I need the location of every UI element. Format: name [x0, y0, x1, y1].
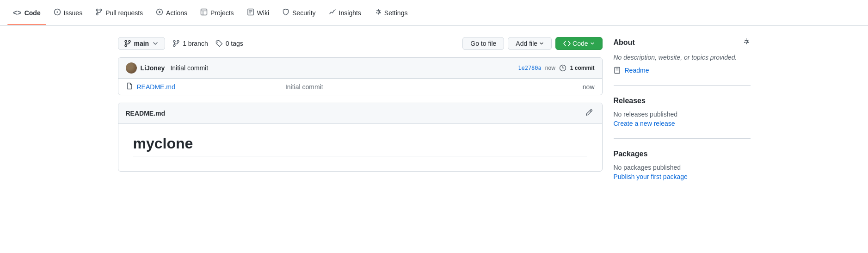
no-releases-text: No releases published [614, 111, 751, 118]
svg-point-1 [56, 11, 58, 12]
nav-label-code: Code [25, 9, 41, 17]
sidebar-releases-title: Releases [614, 97, 646, 105]
readme-filename: README.md [126, 110, 166, 117]
nav-item-wiki[interactable]: Wiki [241, 5, 275, 21]
tags-count-label: 0 tags [226, 40, 243, 47]
projects-icon [200, 8, 208, 18]
history-icon [559, 64, 566, 72]
branch-count[interactable]: 1 branch [172, 40, 208, 47]
sidebar-packages-title: Packages [614, 150, 648, 158]
readme-content: myclone [118, 124, 602, 171]
commit-count[interactable]: 1 commit [570, 65, 595, 71]
readme-heading: myclone [133, 135, 587, 156]
sidebar-about-section: About No description, website, or topics… [614, 37, 751, 74]
issues-icon [54, 8, 61, 18]
file-commit-message: Initial commit [285, 83, 583, 91]
nav-item-issues[interactable]: Issues [48, 5, 88, 21]
add-file-label: Add file [516, 40, 537, 47]
readme-edit-button[interactable] [584, 107, 595, 120]
nav-label-actions: Actions [166, 9, 187, 17]
nav-item-security[interactable]: Security [277, 5, 321, 21]
branch-selector[interactable]: main [118, 37, 166, 50]
svg-point-2 [96, 9, 98, 11]
commit-meta: 1e2780a now 1 commit [518, 64, 594, 72]
about-settings-button[interactable] [741, 37, 751, 48]
svg-rect-8 [201, 9, 207, 15]
sidebar-about-desc: No description, website, or topics provi… [614, 54, 751, 61]
nav-label-security: Security [292, 9, 316, 17]
sidebar-releases-section: Releases No releases published Create a … [614, 85, 751, 127]
svg-point-3 [100, 9, 102, 11]
security-icon [282, 8, 289, 18]
actions-icon [156, 8, 163, 18]
svg-point-15 [125, 41, 127, 43]
file-icon [126, 82, 133, 91]
nav-item-code[interactable]: <> Code [7, 5, 46, 21]
nav-item-pull-requests[interactable]: Pull requests [90, 5, 148, 21]
svg-point-23 [217, 42, 218, 43]
insights-icon [329, 8, 336, 18]
file-name[interactable]: README.md [137, 83, 285, 91]
commit-author-info: LiJoney Initial commit [126, 62, 209, 74]
add-file-button[interactable]: Add file [508, 37, 552, 50]
create-release-link[interactable]: Create a new release [614, 120, 675, 127]
svg-point-20 [177, 41, 179, 43]
branch-name: main [134, 40, 149, 47]
readme-sidebar-link[interactable]: Readme [614, 67, 751, 74]
nav-label-wiki: Wiki [257, 9, 269, 17]
sidebar-releases-header: Releases [614, 97, 751, 105]
sidebar-packages-section: Packages No packages published Publish y… [614, 138, 751, 180]
svg-point-17 [125, 45, 127, 47]
goto-file-label: Go to file [470, 40, 496, 47]
repo-content: main 1 branch 0 tags Go to file Add file [118, 37, 603, 191]
wiki-icon [247, 8, 254, 18]
commit-header: LiJoney Initial commit 1e2780a now 1 com… [118, 58, 602, 79]
tags-count[interactable]: 0 tags [215, 40, 243, 47]
top-navigation: <> Code Issues Pull requests Actions P [0, 0, 868, 26]
chevron-down-icon [152, 40, 159, 47]
nav-item-insights[interactable]: Insights [323, 5, 367, 21]
goto-file-button[interactable]: Go to file [462, 37, 504, 50]
sidebar-about-header: About [614, 37, 751, 48]
code-button[interactable]: Code [555, 37, 602, 50]
nav-label-issues: Issues [64, 9, 82, 17]
settings-icon [374, 8, 382, 18]
code-button-label: Code [573, 40, 588, 47]
branch-count-icon [172, 40, 180, 47]
code-button-icon [563, 40, 571, 47]
nav-label-settings: Settings [384, 9, 408, 17]
main-container: main 1 branch 0 tags Go to file Add file [111, 26, 758, 199]
sidebar-packages-header: Packages [614, 150, 751, 158]
svg-point-21 [173, 45, 175, 47]
nav-item-settings[interactable]: Settings [369, 5, 413, 21]
tag-icon [215, 40, 223, 47]
nav-item-projects[interactable]: Projects [195, 5, 240, 21]
publish-package-link[interactable]: Publish your first package [614, 173, 688, 180]
branch-bar-left: main 1 branch 0 tags [118, 37, 243, 50]
branch-icon [124, 40, 131, 47]
nav-label-pull-requests: Pull requests [105, 9, 143, 17]
no-packages-text: No packages published [614, 164, 751, 171]
commit-count-label: 1 commit [570, 65, 595, 71]
branch-count-label: 1 branch [183, 40, 208, 47]
svg-point-4 [96, 13, 98, 15]
commit-hash[interactable]: 1e2780a [518, 65, 542, 71]
file-time: now [583, 83, 595, 91]
code-icon: <> [13, 9, 22, 17]
avatar [126, 62, 137, 74]
add-file-chevron-icon [539, 41, 544, 46]
sidebar-about-title: About [614, 38, 635, 47]
book-icon [614, 67, 621, 74]
branch-bar-right: Go to file Add file Code [462, 37, 602, 50]
nav-item-actions[interactable]: Actions [150, 5, 193, 21]
author-name[interactable]: LiJoney [141, 64, 165, 72]
svg-marker-7 [159, 11, 161, 13]
table-row[interactable]: README.md Initial commit now [118, 79, 602, 95]
readme-box: README.md myclone [118, 103, 603, 172]
readme-header: README.md [118, 103, 602, 124]
commit-time: now [545, 65, 555, 71]
readme-link-label: Readme [625, 67, 649, 74]
svg-point-16 [129, 41, 130, 43]
nav-label-projects: Projects [210, 9, 234, 17]
nav-label-insights: Insights [339, 9, 361, 17]
